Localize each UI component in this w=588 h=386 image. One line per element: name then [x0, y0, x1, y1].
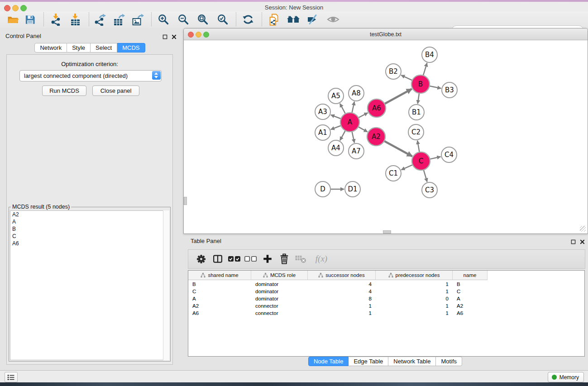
node-D1[interactable]: D1	[345, 181, 360, 197]
window-resize-grip[interactable]	[580, 226, 586, 232]
column-header-shared-name[interactable]: shared name	[188, 271, 251, 280]
node-A1[interactable]: A1	[315, 125, 330, 140]
table-cell[interactable]: A	[453, 295, 488, 302]
table-cell[interactable]: A6	[188, 310, 251, 317]
edge-B-B4[interactable]	[423, 63, 427, 76]
node-B1[interactable]: B1	[409, 105, 424, 120]
result-item[interactable]: B	[10, 225, 169, 233]
edge-A-A6[interactable]	[359, 113, 368, 118]
edge-B-B2[interactable]	[401, 75, 412, 81]
tab-network-table[interactable]: Network Table	[388, 357, 436, 366]
table-cell[interactable]: 1	[376, 302, 453, 310]
edge-A-A1[interactable]	[331, 126, 341, 130]
node-A5[interactable]: A5	[328, 88, 344, 104]
node-A2-selected[interactable]: A2	[367, 128, 385, 146]
edge-B-B1[interactable]	[418, 93, 419, 104]
table-cell[interactable]: B	[453, 281, 488, 288]
close-panel-icon[interactable]	[172, 33, 177, 41]
export-image-button[interactable]	[129, 13, 146, 26]
hide-labels-button[interactable]	[304, 13, 320, 26]
float-panel-icon[interactable]	[163, 33, 167, 41]
node-B2[interactable]: B2	[386, 64, 401, 79]
edge-A-A4[interactable]	[340, 130, 345, 140]
zoom-out-button[interactable]	[175, 13, 191, 26]
table-cell[interactable]: A	[188, 295, 251, 302]
column-header-name[interactable]: name	[453, 271, 488, 280]
tab-style[interactable]: Style	[67, 43, 91, 52]
table-cell[interactable]: 1	[308, 302, 376, 310]
column-header-successor-nodes[interactable]: successor nodes	[308, 271, 376, 280]
horizontal-scrollbar-nub[interactable]	[383, 230, 391, 234]
result-item[interactable]: A2	[10, 211, 169, 218]
clone-network-button[interactable]	[266, 13, 282, 26]
table-cell[interactable]: A6	[453, 310, 488, 317]
zoom-selected-button[interactable]	[215, 13, 231, 26]
result-item[interactable]: C	[10, 233, 169, 240]
table-close-icon[interactable]	[580, 238, 585, 246]
network-canvas[interactable]: AA1A2A3A4A5A6A7A8BB1B2B3B4CC1C2C3C4DD1	[184, 40, 587, 233]
export-table-button[interactable]	[110, 13, 127, 26]
close-panel-button[interactable]: Close panel	[92, 86, 139, 96]
node-A-selected[interactable]: A	[340, 113, 359, 132]
edge-A-A3[interactable]	[331, 115, 341, 119]
tab-select[interactable]: Select	[91, 43, 117, 52]
node-C4[interactable]: C4	[441, 147, 457, 162]
table-cell[interactable]: C	[453, 288, 488, 295]
import-table-button[interactable]	[67, 13, 83, 26]
edge-A6-B[interactable]	[385, 89, 412, 104]
save-session-button[interactable]	[22, 13, 38, 26]
edge-C-C3[interactable]	[424, 170, 427, 182]
edge-A-A5[interactable]	[340, 104, 345, 114]
zoom-fit-content-button[interactable]	[195, 13, 211, 26]
node-A3[interactable]: A3	[315, 104, 330, 119]
tab-network[interactable]: Network	[34, 43, 67, 52]
task-history-button[interactable]	[5, 372, 18, 382]
table-cell[interactable]: B	[188, 281, 251, 288]
table-cell[interactable]: 0	[376, 295, 453, 302]
edge-A2-C[interactable]	[384, 141, 412, 157]
tab-motifs[interactable]: Motifs	[436, 357, 462, 366]
table-settings-button[interactable]	[194, 253, 208, 265]
table-cell[interactable]: 1	[376, 281, 453, 288]
node-C2[interactable]: C2	[408, 124, 424, 140]
node-A8[interactable]: A8	[349, 86, 364, 101]
vertical-scrollbar-nub[interactable]	[184, 197, 187, 205]
table-cell[interactable]: A2	[188, 302, 251, 310]
edge-C-C4[interactable]	[430, 157, 441, 159]
show-column-button[interactable]	[210, 253, 225, 265]
table-cell[interactable]: 4	[308, 281, 376, 288]
column-header-mcds-role[interactable]: MCDS role	[251, 271, 308, 280]
result-item[interactable]: A	[10, 218, 169, 225]
memory-button[interactable]: Memory	[548, 372, 584, 382]
table-cell[interactable]: C	[188, 288, 251, 295]
show-view-button[interactable]	[325, 13, 341, 26]
table-cell[interactable]: connector	[251, 310, 308, 317]
add-column-button[interactable]	[260, 253, 275, 265]
delete-column-button[interactable]	[277, 253, 292, 265]
tab-edge-table[interactable]: Edge Table	[349, 357, 388, 366]
node-A6-selected[interactable]: A6	[368, 99, 386, 117]
node-B4[interactable]: B4	[422, 47, 437, 62]
node-B3[interactable]: B3	[442, 82, 457, 98]
table-cell[interactable]: A2	[453, 302, 488, 310]
tab-node-table[interactable]: Node Table	[308, 357, 349, 366]
table-float-icon[interactable]	[571, 238, 576, 246]
node-A4[interactable]: A4	[328, 140, 344, 156]
node-B-selected[interactable]: B	[411, 75, 430, 93]
table-cell[interactable]: dominator	[251, 281, 308, 288]
table-cell[interactable]: 1	[376, 310, 453, 317]
table-cell[interactable]: dominator	[251, 288, 308, 295]
table-cell[interactable]: 1	[308, 310, 376, 317]
select-all-button[interactable]	[227, 253, 242, 265]
node-C1[interactable]: C1	[386, 166, 401, 181]
result-item[interactable]: A6	[10, 240, 169, 247]
node-D[interactable]: D	[315, 181, 330, 197]
node-A7[interactable]: A7	[349, 143, 364, 159]
result-list-scrollbar[interactable]	[163, 210, 169, 360]
import-network-button[interactable]	[48, 13, 64, 26]
edge-C-C1[interactable]	[401, 165, 412, 170]
node-C3[interactable]: C3	[422, 182, 437, 198]
open-session-button[interactable]	[5, 13, 21, 26]
unselect-all-button[interactable]	[244, 253, 258, 265]
criterion-select[interactable]: largest connected component (directed)	[19, 70, 162, 81]
